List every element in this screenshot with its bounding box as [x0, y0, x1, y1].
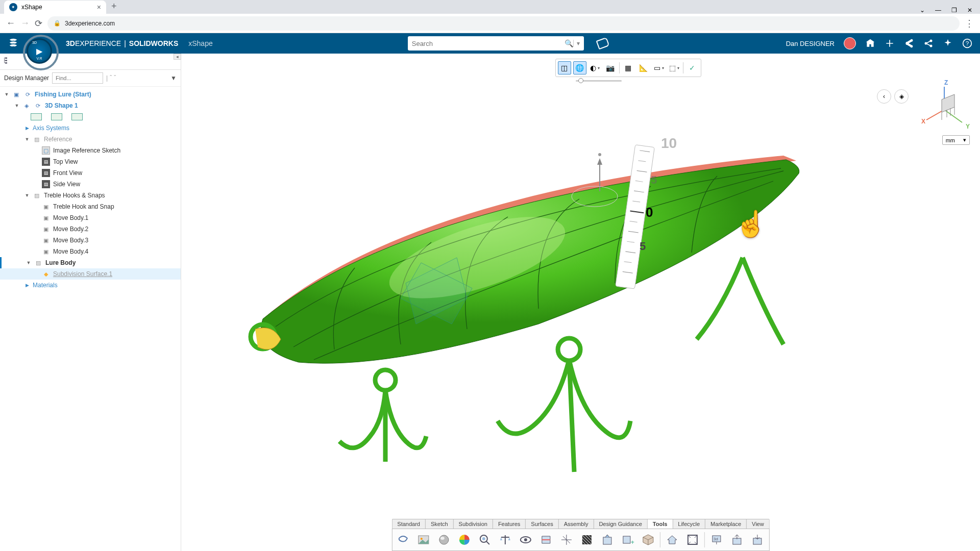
3dprint-tool-icon[interactable]: 3d — [707, 531, 725, 548]
find-input[interactable] — [52, 72, 103, 84]
help-icon[interactable]: ? — [962, 38, 972, 48]
filter-icon[interactable]: ▼ — [170, 74, 177, 82]
fit-view-icon[interactable] — [683, 531, 701, 548]
tree-planes[interactable] — [0, 111, 181, 122]
share-icon[interactable] — [904, 38, 914, 48]
plane-zx-icon[interactable] — [71, 113, 83, 120]
find-prev-icon[interactable]: ˆ — [110, 74, 112, 82]
avatar[interactable] — [844, 37, 856, 49]
globe-icon[interactable]: 🌐 — [573, 61, 586, 74]
user-name: Dan DESIGNER — [786, 40, 835, 47]
tree-item[interactable]: ▣ Move Body.1 — [0, 212, 181, 223]
tree-3dshape[interactable]: ◈ ⟳ 3D Shape 1 — [0, 100, 181, 111]
tab-close-icon[interactable]: × — [97, 3, 101, 11]
browser-tab[interactable]: ✦ xShape × — [4, 1, 106, 14]
maximize-icon[interactable]: ❐ — [951, 7, 957, 14]
command-tab-view[interactable]: View — [747, 519, 769, 529]
image-tool-icon[interactable] — [414, 531, 432, 548]
command-tab-surfaces[interactable]: Surfaces — [526, 519, 558, 529]
orientation-triad[interactable]: Z X Y — [919, 79, 970, 130]
tree-subdivision-surface[interactable]: ◆ Subdivision Surface.1 — [0, 268, 181, 280]
panel-collapse-icon[interactable]: ◂ — [174, 54, 181, 60]
analyze-tool-icon[interactable] — [476, 531, 493, 548]
tree-item[interactable]: ▢ Image Reference Sketch — [0, 145, 181, 156]
publish-tool-icon[interactable] — [598, 531, 616, 548]
search-box[interactable]: 🔍 ▾ — [408, 36, 584, 51]
tree-materials[interactable]: Materials — [0, 280, 181, 291]
search-icon[interactable]: 🔍 — [565, 39, 573, 47]
command-tab-assembly[interactable]: Assembly — [559, 519, 594, 529]
command-tab-features[interactable]: Features — [493, 519, 526, 529]
url-field[interactable]: 🔒 3dexperience.com — [47, 16, 960, 31]
add-plane-icon[interactable]: + — [619, 531, 636, 548]
measure-icon[interactable]: 📐 — [637, 61, 650, 74]
camera-icon[interactable]: 📷 — [604, 61, 617, 74]
command-tab-marketplace[interactable]: Marketplace — [705, 519, 747, 529]
tree-item[interactable]: ▣ Treble Hook and Snap — [0, 201, 181, 212]
tree-root[interactable]: ▣ ⟳ Fishing Lure (Start) — [0, 89, 181, 100]
browser-menu-icon[interactable]: ⋮ — [965, 18, 974, 29]
home-view-icon[interactable] — [663, 531, 680, 548]
select-icon[interactable]: ▭ — [652, 61, 666, 74]
tree-item[interactable]: ▤ Top View — [0, 156, 181, 167]
search-input[interactable] — [412, 40, 565, 47]
back-icon[interactable]: ← — [6, 18, 15, 29]
command-tab-lifecycle[interactable]: Lifecycle — [673, 519, 705, 529]
inspect-tool-icon[interactable] — [517, 531, 534, 548]
axis-tool-icon[interactable] — [557, 531, 575, 548]
texture-tool-icon[interactable] — [578, 531, 595, 548]
prev-view-icon[interactable]: ‹ — [877, 89, 891, 104]
tree-item[interactable]: ▣ Move Body.3 — [0, 235, 181, 246]
spark-icon[interactable] — [943, 38, 953, 48]
tree-item[interactable]: ▣ Move Body.2 — [0, 223, 181, 235]
viewport[interactable]: 10 5 0 5 ☝ ◫ 🌐 ◐ 📷 ▦ 📐 ▭ ⬚ ✓ — [181, 54, 980, 551]
import-tool-icon[interactable] — [748, 531, 766, 548]
home-icon[interactable] — [865, 38, 875, 48]
box-icon[interactable]: ⬚ — [668, 61, 681, 74]
color-tool-icon[interactable] — [455, 531, 473, 548]
sphere-tool-icon[interactable] — [435, 531, 452, 548]
units-dropdown[interactable]: mm▾ — [942, 135, 970, 145]
view-cube-icon[interactable]: ◈ — [894, 89, 909, 104]
reload-icon[interactable]: ⟳ — [35, 18, 42, 29]
url-text: 3dexperience.com — [65, 20, 115, 27]
svg-point-48 — [524, 538, 527, 541]
collaborate-icon[interactable] — [923, 38, 934, 48]
balance-tool-icon[interactable] — [496, 531, 513, 548]
command-tab-tools[interactable]: Tools — [648, 519, 673, 529]
find-next-icon[interactable]: ˇ — [114, 74, 116, 82]
shading-icon[interactable]: ◐ — [589, 61, 602, 74]
section-tool-icon[interactable] — [537, 531, 554, 548]
tree-axis-systems[interactable]: Axis Systems — [0, 122, 181, 134]
tree-item[interactable]: ▣ Move Body.4 — [0, 246, 181, 257]
check-icon[interactable]: ✓ — [685, 61, 699, 74]
compass-icon[interactable]: ▶ V.R 3D — [27, 38, 52, 64]
command-tab-design-guidance[interactable]: Design Guidance — [594, 519, 647, 529]
plus-icon[interactable] — [885, 38, 895, 48]
tree-lure-body[interactable]: ▨ Lure Body — [0, 257, 181, 268]
export-tool-icon[interactable] — [728, 531, 745, 548]
command-tab-sketch[interactable]: Sketch — [426, 519, 454, 529]
tree-item[interactable]: ▤ Side View — [0, 179, 181, 190]
search-dropdown-icon[interactable]: ▾ — [573, 40, 580, 47]
plane-xy-icon[interactable] — [31, 113, 42, 120]
close-icon[interactable]: ✕ — [967, 7, 972, 14]
minimize-icon[interactable]: — — [935, 7, 941, 14]
chevron-down-icon[interactable]: ⌄ — [920, 7, 925, 14]
tree-hooks[interactable]: ▨ Treble Hooks & Snaps — [0, 190, 181, 201]
symmetry-icon[interactable]: ◫ — [558, 61, 571, 74]
tag-icon[interactable] — [596, 37, 609, 49]
ds-logo-icon[interactable] — [8, 38, 19, 49]
grid-icon[interactable]: ▦ — [622, 61, 635, 74]
new-tab-button[interactable]: + — [106, 0, 122, 14]
forward-icon[interactable]: → — [20, 18, 30, 29]
pkg-tool-icon[interactable] — [639, 531, 656, 548]
quality-slider[interactable] — [576, 78, 622, 83]
command-tab-standard[interactable]: Standard — [392, 519, 426, 529]
command-tab-subdivision[interactable]: Subdivision — [454, 519, 493, 529]
tree-item[interactable]: ▤ Front View — [0, 167, 181, 179]
lasso-tool-icon[interactable] — [394, 531, 411, 548]
tree-reference[interactable]: ▨ Reference — [0, 134, 181, 145]
plane-yz-icon[interactable] — [51, 113, 62, 120]
tree-tab-icon[interactable] — [4, 57, 14, 65]
